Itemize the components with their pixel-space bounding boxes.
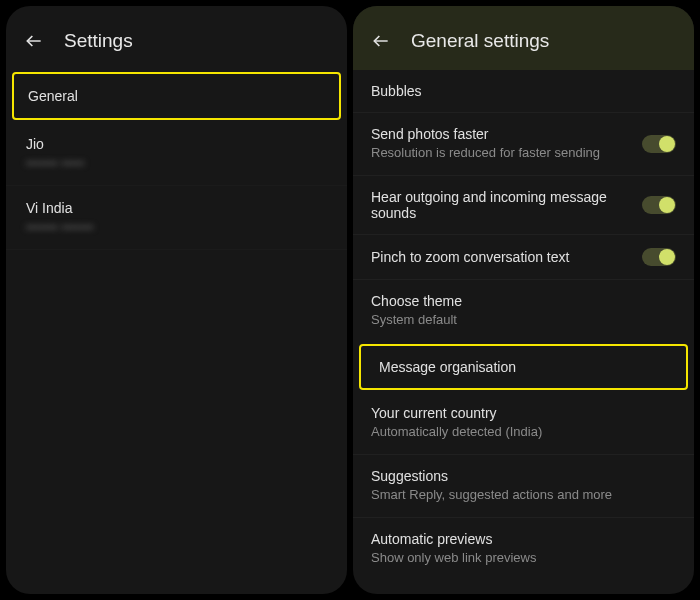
row-bubbles[interactable]: Bubbles [353, 70, 694, 112]
row-suggestions[interactable]: Suggestions Smart Reply, suggested actio… [353, 455, 694, 517]
general-settings-panel: General settings Bubbles Send photos fas… [353, 6, 694, 594]
settings-item-sub-blurred: ••••••• ••••••• [26, 220, 327, 235]
settings-panel: Settings General Jio ••••••• ••••• Vi In… [6, 6, 347, 594]
toggle-send-photos-faster[interactable] [642, 135, 676, 153]
settings-item-vi-india[interactable]: Vi India ••••••• ••••••• [6, 186, 347, 250]
row-label: Hear outgoing and incoming message sound… [371, 189, 632, 221]
settings-item-general[interactable]: General [12, 72, 341, 120]
general-settings-list: Bubbles Send photos faster Resolution is… [353, 70, 694, 579]
back-arrow-icon[interactable] [24, 31, 44, 51]
row-label: Your current country [371, 405, 676, 421]
row-label: Suggestions [371, 468, 676, 484]
row-sub: Resolution is reduced for faster sending [371, 145, 632, 162]
settings-item-label: Vi India [26, 200, 327, 216]
settings-item-label: General [28, 88, 325, 104]
general-settings-title: General settings [411, 30, 549, 52]
general-settings-header: General settings [353, 6, 694, 70]
row-send-photos-faster[interactable]: Send photos faster Resolution is reduced… [353, 113, 694, 175]
row-label: Send photos faster [371, 126, 632, 142]
settings-header: Settings [6, 6, 347, 70]
row-automatic-previews[interactable]: Automatic previews Show only web link pr… [353, 518, 694, 580]
row-sub: Show only web link previews [371, 550, 676, 567]
row-sub: Smart Reply, suggested actions and more [371, 487, 676, 504]
settings-title: Settings [64, 30, 133, 52]
settings-item-sub-blurred: ••••••• ••••• [26, 156, 327, 171]
toggle-pinch-zoom[interactable] [642, 248, 676, 266]
row-message-organisation[interactable]: Message organisation [359, 344, 688, 390]
row-choose-theme[interactable]: Choose theme System default [353, 280, 694, 342]
row-message-sounds[interactable]: Hear outgoing and incoming message sound… [353, 176, 694, 234]
settings-item-label: Jio [26, 136, 327, 152]
row-pinch-zoom[interactable]: Pinch to zoom conversation text [353, 235, 694, 279]
settings-item-jio[interactable]: Jio ••••••• ••••• [6, 122, 347, 186]
toggle-message-sounds[interactable] [642, 196, 676, 214]
row-label: Pinch to zoom conversation text [371, 249, 632, 265]
row-label: Choose theme [371, 293, 676, 309]
row-label: Bubbles [371, 83, 676, 99]
row-current-country[interactable]: Your current country Automatically detec… [353, 392, 694, 454]
row-sub: System default [371, 312, 676, 329]
row-label: Automatic previews [371, 531, 676, 547]
row-sub: Automatically detected (India) [371, 424, 676, 441]
back-arrow-icon[interactable] [371, 31, 391, 51]
row-label: Message organisation [379, 359, 668, 375]
